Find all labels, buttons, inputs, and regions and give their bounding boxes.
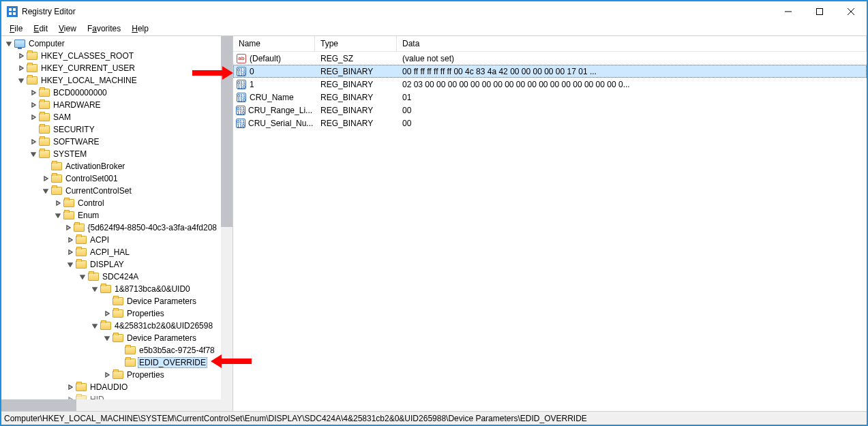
tree-node[interactable]: ACPI_HAL (1, 246, 221, 258)
tree-node-computer[interactable]: Computer (1, 37, 221, 50)
chevron-right-icon[interactable] (63, 223, 73, 232)
registry-tree[interactable]: Computer HKEY_CLASSES_ROOT HKEY_CURRENT_… (1, 36, 221, 399)
folder-icon (51, 162, 62, 171)
chevron-down-icon[interactable] (65, 260, 75, 269)
tree-node[interactable]: Enum (1, 209, 221, 222)
folder-icon (51, 174, 62, 183)
window-controls (773, 1, 867, 22)
tree-node[interactable]: SAM (1, 111, 221, 123)
chevron-right-icon[interactable] (16, 51, 26, 61)
chevron-down-icon[interactable] (90, 284, 100, 294)
tree-node[interactable]: ACPI (1, 234, 221, 246)
value-type: REG_BINARY (315, 80, 397, 89)
column-header-data[interactable]: Data (397, 36, 867, 51)
tree-node[interactable]: Properties (1, 307, 221, 320)
tree-node[interactable]: Device Parameters (1, 295, 221, 307)
menu-file[interactable]: File (4, 22, 28, 35)
value-row[interactable]: 011110CRU_Range_Li...REG_BINARY00 (233, 104, 867, 117)
tree-node[interactable]: e5b3b5ac-9725-4f78 (1, 344, 221, 356)
tree-node[interactable]: 1&8713bca&0&UID0 (1, 283, 221, 295)
tree-node[interactable]: HDAUDIO (1, 381, 221, 393)
chevron-down-icon[interactable] (90, 321, 100, 331)
chevron-right-icon[interactable] (29, 88, 38, 97)
value-type: REG_BINARY (315, 119, 397, 128)
value-row[interactable]: 011110CRU_NameREG_BINARY01 (233, 91, 867, 104)
content-area: Computer HKEY_CLASSES_ROOT HKEY_CURRENT_… (1, 35, 867, 411)
tree-node[interactable]: HARDWARE (1, 99, 221, 111)
horizontal-scrollbar[interactable] (1, 399, 221, 411)
chevron-right-icon[interactable] (41, 174, 50, 183)
chevron-down-icon[interactable] (4, 39, 14, 48)
value-list-panel: Name Type Data ab(Default)REG_SZ(value n… (233, 36, 867, 411)
tree-node[interactable]: Control (1, 197, 221, 209)
tree-node[interactable]: HKEY_LOCAL_MACHINE (1, 74, 221, 87)
menubar: File Edit View Favorites Help (1, 22, 867, 35)
chevron-down-icon[interactable] (78, 272, 87, 282)
folder-icon (76, 247, 87, 257)
scrollbar-thumb[interactable] (1, 399, 76, 411)
chevron-right-icon[interactable] (65, 395, 75, 399)
maximize-button[interactable] (804, 1, 835, 22)
folder-icon (27, 76, 38, 85)
tree-node[interactable]: Device Parameters (1, 332, 221, 344)
chevron-down-icon[interactable] (29, 149, 38, 159)
value-type: REG_BINARY (315, 67, 397, 76)
chevron-down-icon[interactable] (16, 76, 26, 85)
tree-node[interactable]: Properties (1, 369, 221, 381)
tree-node[interactable]: HKEY_CLASSES_ROOT (1, 50, 221, 62)
tree-panel: Computer HKEY_CLASSES_ROOT HKEY_CURRENT_… (1, 36, 233, 411)
value-data: 00 (397, 106, 867, 115)
tree-node[interactable]: SYSTEM (1, 148, 221, 160)
tree-node-selected[interactable]: EDID_OVERRIDE (1, 356, 221, 369)
chevron-down-icon[interactable] (41, 186, 50, 196)
value-row[interactable]: ab(Default)REG_SZ(value not set) (233, 52, 867, 65)
value-row[interactable]: 0111100REG_BINARY00 ff ff ff ff ff ff 00… (233, 65, 867, 78)
tree-node[interactable]: {5d624f94-8850-40c3-a3fa-a4fd208 (1, 222, 221, 234)
menu-view[interactable]: View (53, 22, 82, 35)
chevron-right-icon[interactable] (102, 370, 112, 380)
chevron-right-icon[interactable] (29, 100, 38, 110)
tree-node[interactable]: CurrentControlSet (1, 185, 221, 197)
menu-help[interactable]: Help (126, 22, 154, 35)
value-data: 00 (397, 119, 867, 128)
value-row[interactable]: 0111101REG_BINARY02 03 00 00 00 00 00 00… (233, 78, 867, 91)
minimize-button[interactable] (773, 1, 804, 22)
folder-icon (76, 260, 87, 269)
chevron-down-icon[interactable] (102, 333, 112, 343)
folder-icon (39, 112, 50, 122)
value-type: REG_BINARY (315, 93, 397, 102)
tree-node[interactable]: ControlSet001 (1, 172, 221, 185)
folder-icon (76, 235, 87, 245)
tree-node[interactable]: BCD00000000 (1, 87, 221, 99)
chevron-down-icon[interactable] (53, 211, 63, 220)
value-name: CRU_Range_Li... (248, 106, 312, 115)
tree-node[interactable]: HID (1, 393, 221, 399)
tree-node[interactable]: ActivationBroker (1, 160, 221, 172)
folder-icon (39, 137, 50, 147)
titlebar[interactable]: Registry Editor (1, 1, 867, 22)
menu-edit[interactable]: Edit (28, 22, 53, 35)
close-button[interactable] (835, 1, 867, 22)
tree-node[interactable]: 4&25831cb2&0&UID26598 (1, 320, 221, 332)
chevron-right-icon[interactable] (65, 235, 75, 245)
tree-node[interactable]: HKEY_CURRENT_USER (1, 62, 221, 74)
scrollbar-thumb[interactable] (221, 36, 233, 227)
tree-node[interactable]: SDC424A (1, 271, 221, 283)
chevron-right-icon[interactable] (102, 309, 112, 318)
vertical-scrollbar[interactable] (221, 36, 233, 411)
chevron-right-icon[interactable] (29, 137, 38, 147)
column-header-type[interactable]: Type (315, 36, 397, 51)
tree-node[interactable]: SOFTWARE (1, 136, 221, 148)
tree-node[interactable]: SECURITY (1, 123, 221, 136)
value-row[interactable]: 011110CRU_Serial_Nu...REG_BINARY00 (233, 117, 867, 130)
chevron-right-icon[interactable] (65, 382, 75, 392)
menu-favorites[interactable]: Favorites (82, 22, 126, 35)
tree-node[interactable]: DISPLAY (1, 258, 221, 271)
chevron-right-icon[interactable] (16, 63, 26, 73)
chevron-right-icon[interactable] (53, 198, 63, 208)
value-data: 00 ff ff ff ff ff ff 00 4c 83 4a 42 00 0… (397, 67, 867, 76)
chevron-right-icon[interactable] (65, 247, 75, 257)
column-header-name[interactable]: Name (233, 36, 315, 51)
value-name: 0 (250, 67, 254, 76)
chevron-right-icon[interactable] (29, 112, 38, 122)
